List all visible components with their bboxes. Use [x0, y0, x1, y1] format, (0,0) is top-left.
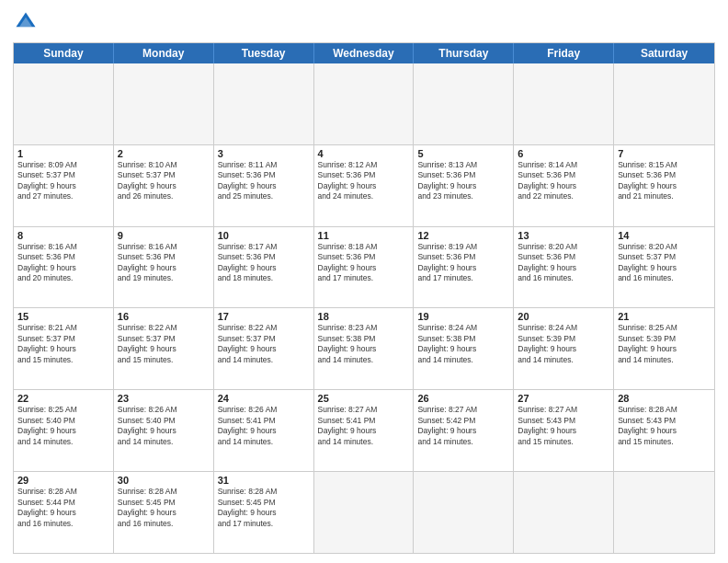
cell-info-line: Sunrise: 8:26 AM [118, 405, 210, 415]
cell-info-line: Sunrise: 8:12 AM [318, 160, 410, 170]
cell-info-line: Sunrise: 8:16 AM [17, 242, 109, 252]
cell-info-line: Sunset: 5:36 PM [518, 252, 609, 262]
calendar-day-empty [414, 472, 514, 553]
day-number: 17 [218, 311, 310, 322]
calendar-day-empty [214, 63, 314, 144]
day-number: 2 [118, 148, 210, 159]
cell-info-line: and 14 minutes. [218, 437, 310, 447]
day-number: 4 [318, 148, 410, 159]
cell-info-line: Daylight: 9 hours [618, 426, 711, 436]
calendar-header: SundayMondayTuesdayWednesdayThursdayFrid… [14, 43, 714, 63]
cell-info-line: Daylight: 9 hours [417, 426, 509, 436]
cell-info-line: Daylight: 9 hours [518, 181, 609, 191]
cell-info-line: Sunrise: 8:14 AM [518, 160, 609, 170]
cell-info-line: Daylight: 9 hours [618, 263, 711, 273]
cell-info-line: Sunset: 5:36 PM [417, 170, 509, 180]
cell-info-line: Sunset: 5:36 PM [318, 170, 410, 180]
cell-info-line: and 24 minutes. [318, 191, 410, 201]
cell-info-line: Daylight: 9 hours [417, 181, 509, 191]
calendar-day-23: 23Sunrise: 8:26 AMSunset: 5:40 PMDayligh… [114, 390, 214, 471]
cell-info-line: Daylight: 9 hours [118, 181, 210, 191]
calendar-day-1: 1Sunrise: 8:09 AMSunset: 5:37 PMDaylight… [14, 145, 114, 226]
logo-icon [13, 9, 39, 35]
cell-info-line: Sunset: 5:37 PM [218, 334, 310, 344]
cell-info-line: and 15 minutes. [118, 355, 210, 365]
day-number: 23 [118, 393, 210, 404]
cell-info-line: and 23 minutes. [417, 191, 509, 201]
cell-info-line: and 27 minutes. [17, 191, 109, 201]
calendar-week-6: 29Sunrise: 8:28 AMSunset: 5:44 PMDayligh… [14, 472, 714, 553]
calendar-day-19: 19Sunrise: 8:24 AMSunset: 5:38 PMDayligh… [414, 308, 514, 389]
cell-info-line: Daylight: 9 hours [518, 426, 609, 436]
cell-info-line: Daylight: 9 hours [618, 181, 711, 191]
cell-info-line: Sunset: 5:45 PM [218, 498, 310, 508]
calendar-day-26: 26Sunrise: 8:27 AMSunset: 5:42 PMDayligh… [414, 390, 514, 471]
calendar-day-3: 3Sunrise: 8:11 AMSunset: 5:36 PMDaylight… [214, 145, 314, 226]
cell-info-line: and 19 minutes. [118, 273, 210, 283]
cell-info-line: and 15 minutes. [518, 437, 609, 447]
cell-info-line: Sunrise: 8:20 AM [518, 242, 609, 252]
day-number: 14 [618, 230, 711, 241]
cell-info-line: and 25 minutes. [218, 191, 310, 201]
cell-info-line: Daylight: 9 hours [17, 426, 109, 436]
calendar-day-17: 17Sunrise: 8:22 AMSunset: 5:37 PMDayligh… [214, 308, 314, 389]
cell-info-line: Sunrise: 8:24 AM [518, 323, 609, 333]
cell-info-line: Sunset: 5:36 PM [518, 170, 609, 180]
calendar-day-empty [114, 63, 214, 144]
calendar-day-16: 16Sunrise: 8:22 AMSunset: 5:37 PMDayligh… [114, 308, 214, 389]
day-number: 26 [417, 393, 509, 404]
calendar-day-21: 21Sunrise: 8:25 AMSunset: 5:39 PMDayligh… [614, 308, 714, 389]
cell-info-line: Sunset: 5:37 PM [17, 334, 109, 344]
cell-info-line: and 14 minutes. [417, 437, 509, 447]
cell-info-line: Sunset: 5:36 PM [318, 252, 410, 262]
day-number: 16 [118, 311, 210, 322]
calendar-day-24: 24Sunrise: 8:26 AMSunset: 5:41 PMDayligh… [214, 390, 314, 471]
cell-info-line: Sunrise: 8:11 AM [218, 160, 310, 170]
calendar-day-empty [614, 63, 714, 144]
logo [13, 9, 42, 35]
weekday-header-thursday: Thursday [414, 43, 514, 63]
cell-info-line: Sunrise: 8:19 AM [417, 242, 509, 252]
weekday-header-sunday: Sunday [14, 43, 114, 63]
day-number: 31 [218, 475, 310, 486]
calendar-day-2: 2Sunrise: 8:10 AMSunset: 5:37 PMDaylight… [114, 145, 214, 226]
cell-info-line: Sunrise: 8:25 AM [17, 405, 109, 415]
cell-info-line: Sunrise: 8:27 AM [318, 405, 410, 415]
day-number: 18 [318, 311, 410, 322]
cell-info-line: and 16 minutes. [118, 519, 210, 529]
cell-info-line: Sunrise: 8:28 AM [618, 405, 711, 415]
cell-info-line: and 14 minutes. [318, 355, 410, 365]
calendar-day-4: 4Sunrise: 8:12 AMSunset: 5:36 PMDaylight… [314, 145, 415, 226]
cell-info-line: Sunrise: 8:28 AM [118, 487, 210, 497]
calendar-day-9: 9Sunrise: 8:16 AMSunset: 5:36 PMDaylight… [114, 227, 214, 308]
cell-info-line: and 14 minutes. [218, 355, 310, 365]
cell-info-line: and 20 minutes. [17, 273, 109, 283]
cell-info-line: Daylight: 9 hours [218, 263, 310, 273]
cell-info-line: Sunset: 5:42 PM [417, 416, 509, 426]
cell-info-line: Daylight: 9 hours [118, 344, 210, 354]
cell-info-line: Sunrise: 8:22 AM [218, 323, 310, 333]
cell-info-line: Sunrise: 8:16 AM [118, 242, 210, 252]
day-number: 27 [518, 393, 609, 404]
cell-info-line: Sunrise: 8:13 AM [417, 160, 509, 170]
day-number: 1 [17, 148, 109, 159]
day-number: 21 [618, 311, 711, 322]
calendar-body: 1Sunrise: 8:09 AMSunset: 5:37 PMDaylight… [14, 63, 714, 553]
cell-info-line: Sunset: 5:39 PM [518, 334, 609, 344]
cell-info-line: Sunrise: 8:20 AM [618, 242, 711, 252]
calendar-day-28: 28Sunrise: 8:28 AMSunset: 5:43 PMDayligh… [614, 390, 714, 471]
day-number: 10 [218, 230, 310, 241]
weekday-header-friday: Friday [514, 43, 614, 63]
day-number: 5 [417, 148, 509, 159]
calendar-day-empty [514, 63, 614, 144]
day-number: 24 [218, 393, 310, 404]
calendar-day-20: 20Sunrise: 8:24 AMSunset: 5:39 PMDayligh… [514, 308, 614, 389]
calendar-day-empty [314, 63, 415, 144]
cell-info-line: Sunrise: 8:15 AM [618, 160, 711, 170]
cell-info-line: Daylight: 9 hours [118, 426, 210, 436]
cell-info-line: Daylight: 9 hours [518, 344, 609, 354]
day-number: 28 [618, 393, 711, 404]
calendar-day-29: 29Sunrise: 8:28 AMSunset: 5:44 PMDayligh… [14, 472, 114, 553]
calendar-day-empty [414, 63, 514, 144]
cell-info-line: Sunset: 5:37 PM [618, 252, 711, 262]
